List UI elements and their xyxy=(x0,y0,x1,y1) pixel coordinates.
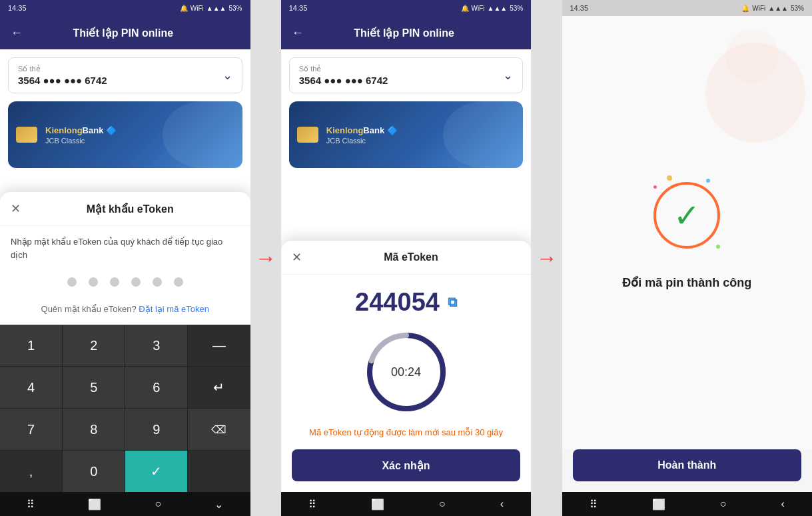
bg-circle-2 xyxy=(725,29,779,83)
etoken-sheet-header: ✕ Mã eToken xyxy=(281,241,532,275)
pin-dot-1 xyxy=(67,277,77,287)
key-comma[interactable]: , xyxy=(0,451,62,492)
card-selector-2[interactable]: Số thẻ 3564 ●●● ●●● 6742 ⌄ xyxy=(289,57,524,93)
nav-menu-icon[interactable]: ⌄ xyxy=(214,498,223,511)
time-2: 14:35 xyxy=(289,4,308,12)
key-1[interactable]: 1 xyxy=(0,325,62,366)
confetti-3 xyxy=(653,185,657,189)
chevron-down-icon-2: ⌄ xyxy=(503,68,513,83)
nav-title-1: Thiết lập PIN online xyxy=(31,27,216,39)
timer-container: 00:24 xyxy=(281,322,532,426)
nav-back-icon[interactable]: ○ xyxy=(155,498,162,510)
pin-dot-3 xyxy=(110,277,119,287)
confirm-button[interactable]: Xác nhận xyxy=(292,449,521,481)
nav-grid-icon-3: ⠿ xyxy=(590,498,598,511)
timer-text: 00:24 xyxy=(391,365,421,379)
nav-home-icon[interactable]: ⬜ xyxy=(88,498,101,511)
notification-icon-3: 🔔 xyxy=(741,5,749,12)
success-title: Đổi mã pin thành công xyxy=(622,275,751,290)
time-1: 14:35 xyxy=(8,4,27,12)
timer-circle: 00:24 xyxy=(363,329,450,415)
pin-dot-2 xyxy=(89,277,98,287)
reset-link-1[interactable]: Đặt lại mã eToken xyxy=(139,304,209,314)
key-7[interactable]: 7 xyxy=(0,409,62,450)
wifi-icon-3: WiFi xyxy=(752,5,765,12)
card-selector-1[interactable]: Số thẻ 3564 ●●● ●●● 6742 ⌄ xyxy=(8,57,242,93)
nav-fwd-icon-2[interactable]: ‹ xyxy=(500,498,504,510)
card-label-1: Số thẻ xyxy=(18,65,107,73)
key-dash[interactable]: — xyxy=(188,325,250,366)
status-bar-3: 14:35 🔔 WiFi ▲▲▲ 53% xyxy=(562,0,813,16)
bank-card-1: KienlongBank 🔷 JCB Classic xyxy=(8,101,242,168)
copy-icon[interactable]: ⧉ xyxy=(448,295,457,310)
close-icon-2[interactable]: ✕ xyxy=(292,250,302,265)
top-nav-1: ← Thiết lập PIN online xyxy=(0,16,250,49)
etoken-number: 244054 xyxy=(355,288,440,317)
sheet-desc-1: Nhập mật khẩu eToken của quý khách để ti… xyxy=(0,226,250,267)
sheet-header-1: ✕ Mật khẩu eToken xyxy=(0,192,250,226)
signal-icon-2: ▲▲▲ xyxy=(488,5,508,12)
check-mark-icon: ✓ xyxy=(673,197,700,234)
sheet-title-1: Mật khẩu eToken xyxy=(21,203,240,215)
notification-icon-2: 🔔 xyxy=(461,5,469,12)
phone-1: 14:35 🔔 WiFi ▲▲▲ 53% ← Thiết lập PIN onl… xyxy=(0,0,250,516)
signal-icon-3: ▲▲▲ xyxy=(768,5,788,12)
bottom-sheet-1: ✕ Mật khẩu eToken Nhập mật khẩu eToken c… xyxy=(0,192,250,516)
key-3[interactable]: 3 xyxy=(125,325,187,366)
pin-dot-5 xyxy=(153,277,162,287)
key-delete[interactable]: ⌫ xyxy=(188,409,250,450)
key-6[interactable]: 6 xyxy=(125,367,187,408)
pin-dot-4 xyxy=(131,277,141,287)
phone-3: 14:35 🔔 WiFi ▲▲▲ 53% ✓ Đổi mã pin thành … xyxy=(562,0,813,516)
battery-icon-3: 53% xyxy=(791,5,804,12)
nav-home-icon-2[interactable]: ⬜ xyxy=(371,498,384,511)
key-0[interactable]: 0 xyxy=(63,451,125,492)
bank-name-2: KienlongBank 🔷 xyxy=(326,125,398,135)
confetti-2 xyxy=(706,179,710,183)
key-enter[interactable]: ↵ xyxy=(188,367,250,408)
complete-btn-container: Hoàn thành xyxy=(562,449,813,492)
card-number-2: 3564 ●●● ●●● 6742 xyxy=(299,75,388,86)
key-confirm[interactable]: ✓ xyxy=(125,451,187,492)
back-button-2[interactable]: ← xyxy=(292,26,304,40)
battery-icon-2: 53% xyxy=(510,5,523,12)
nav-grid-icon: ⠿ xyxy=(27,498,35,511)
close-icon-1[interactable]: ✕ xyxy=(11,201,21,216)
pin-dots-1 xyxy=(0,267,250,297)
note-text: Mã eToken tự động được làm mới sau mỗi xyxy=(309,427,472,437)
etoken-code-display: 244054 ⧉ xyxy=(281,275,532,322)
forgot-text-1: Quên mật khẩu eToken? xyxy=(41,304,137,314)
nav-back-icon-3[interactable]: ○ xyxy=(720,498,727,510)
note-highlight: 30 giây xyxy=(475,427,503,437)
key-8[interactable]: 8 xyxy=(63,409,125,450)
arrow-1: → xyxy=(255,246,276,271)
nav-home-icon-3[interactable]: ⬜ xyxy=(652,498,665,511)
nav-back-icon-2[interactable]: ○ xyxy=(439,498,446,510)
key-2[interactable]: 2 xyxy=(63,325,125,366)
notification-icon: 🔔 xyxy=(180,5,188,12)
bank-card-2: KienlongBank 🔷 JCB Classic xyxy=(289,101,524,168)
etoken-note: Mã eToken tự động được làm mới sau mỗi 3… xyxy=(281,426,532,450)
card-type-1: JCB Classic xyxy=(45,137,117,145)
bottom-nav-1: ⠿ ⬜ ○ ⌄ xyxy=(0,492,250,516)
numpad-1: 1 2 3 — 4 5 6 ↵ 7 8 9 ⌫ , 0 ✓ xyxy=(0,325,250,492)
battery-icon: 53% xyxy=(228,5,242,12)
wifi-icon-2: WiFi xyxy=(472,5,485,12)
key-4[interactable]: 4 xyxy=(0,367,62,408)
etoken-title: Mã eToken xyxy=(302,251,521,263)
status-icons-3: 🔔 WiFi ▲▲▲ 53% xyxy=(741,5,804,12)
card-type-2: JCB Classic xyxy=(326,137,398,145)
key-9[interactable]: 9 xyxy=(125,409,187,450)
etoken-sheet: ✕ Mã eToken 244054 ⧉ 00:24 xyxy=(281,241,532,517)
confetti-1 xyxy=(667,175,672,181)
pin-dot-6 xyxy=(174,277,183,287)
nav-fwd-icon-3[interactable]: ‹ xyxy=(781,498,785,510)
chip-icon-1 xyxy=(16,127,37,143)
key-empty xyxy=(188,451,250,492)
wifi-icon: WiFi xyxy=(191,5,204,12)
key-5[interactable]: 5 xyxy=(63,367,125,408)
bottom-nav-3: ⠿ ⬜ ○ ‹ xyxy=(562,492,813,516)
complete-button[interactable]: Hoàn thành xyxy=(573,449,802,481)
bottom-nav-2: ⠿ ⬜ ○ ‹ xyxy=(281,492,532,516)
back-button-1[interactable]: ← xyxy=(11,26,23,40)
